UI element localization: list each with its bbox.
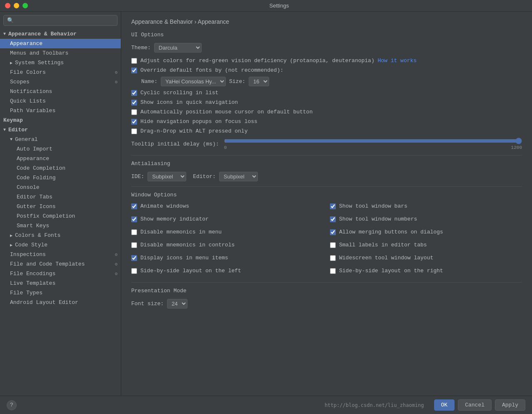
sidebar-item-code-completion[interactable]: Code Completion: [0, 163, 121, 173]
show-memory-checkbox[interactable]: [131, 216, 137, 222]
override-fonts-row: Override default fonts by (not recommend…: [131, 67, 522, 73]
sidebar-item-android-layout-editor[interactable]: Android Layout Editor: [0, 298, 121, 307]
ide-antialiasing-select[interactable]: Subpixel Greyscale Default: [147, 172, 186, 181]
search-icon: 🔍: [7, 17, 14, 24]
tooltip-label: Tooltip initial delay (ms):: [131, 141, 219, 147]
sidebar-item-label: Inspections: [10, 251, 46, 258]
footer-left: ? http://blog.csdn.net/liu_zhaoming: [7, 400, 431, 410]
cyclic-scrolling-checkbox[interactable]: [131, 90, 137, 96]
size-label: Size:: [229, 78, 245, 85]
show-tool-numbers-row: Show tool window numbers: [330, 216, 522, 222]
display-icons-label: Display icons in menu items: [140, 255, 228, 261]
display-icons-row: Display icons in menu items: [131, 255, 323, 261]
show-tool-bars-label: Show tool window bars: [339, 203, 407, 209]
sidebar-item-code-folding[interactable]: Code Folding: [0, 173, 121, 183]
maximize-button[interactable]: [22, 3, 28, 8]
search-box[interactable]: 🔍: [3, 15, 117, 26]
theme-select[interactable]: Darcula IntelliJ High Contrast: [154, 43, 202, 53]
apply-button[interactable]: Apply: [495, 399, 525, 411]
breadcrumb: Appearance & Behavior › Appearance: [131, 18, 522, 25]
show-tool-numbers-checkbox[interactable]: [330, 216, 336, 222]
sidebar-item-gutter-icons[interactable]: Gutter Icons: [0, 202, 121, 211]
show-tool-numbers-label: Show tool window numbers: [339, 216, 417, 222]
sidebar-item-label: Appearance & Behavior: [8, 31, 77, 37]
editor-label: Editor:: [193, 173, 216, 180]
sidebar-item-inspections[interactable]: Inspections ⚙: [0, 250, 121, 259]
theme-label: Theme:: [131, 45, 151, 51]
disable-mnemonics-controls-checkbox[interactable]: [131, 242, 137, 248]
ui-options-header: UI Options: [131, 32, 522, 38]
drag-drop-checkbox[interactable]: [131, 128, 137, 134]
show-memory-label: Show memory indicator: [140, 216, 209, 222]
ok-button[interactable]: OK: [434, 399, 455, 411]
sidebar-item-smart-keys[interactable]: Smart Keys: [0, 221, 121, 231]
sidebar-item-file-code-templates[interactable]: File and Code Templates ⚙: [0, 259, 121, 269]
sidebar-item-file-colors[interactable]: File Colors ⚙: [0, 68, 121, 77]
presentation-font-size-select[interactable]: 24 12 14 16 18 20 28 32: [167, 299, 187, 309]
disable-mnemonics-controls-row: Disable mnemonics in controls: [131, 242, 323, 248]
sidebar-item-label: Postfix Completion: [17, 213, 75, 219]
sidebar-item-label: Notifications: [10, 88, 52, 95]
show-tool-bars-checkbox[interactable]: [330, 203, 336, 209]
sidebar-item-general[interactable]: ▼ General: [0, 135, 121, 144]
how-it-works-link[interactable]: How it works: [378, 58, 417, 64]
sidebar-item-live-templates[interactable]: Live Templates: [0, 279, 121, 288]
sidebar-item-editor-tabs[interactable]: Editor Tabs: [0, 192, 121, 202]
tooltip-slider[interactable]: [224, 138, 522, 144]
show-icons-row: Show icons in quick navigation: [131, 99, 522, 105]
disable-mnemonics-menu-label: Disable mnemonics in menu: [140, 229, 222, 235]
override-fonts-checkbox[interactable]: [131, 68, 137, 73]
sidebar-item-quick-lists[interactable]: Quick Lists: [0, 96, 121, 106]
sidebar-item-appearance[interactable]: Appearance: [0, 39, 121, 48]
show-icons-label: Show icons in quick navigation: [140, 99, 238, 105]
font-name-select[interactable]: YaHei Consolas Hy...: [161, 77, 226, 86]
adjust-colors-label: Adjust colors for red-green vision defic…: [140, 58, 417, 64]
sidebar-item-label: Live Templates: [10, 280, 55, 286]
sidebar-item-code-style[interactable]: ▶ Code Style: [0, 240, 121, 250]
override-fonts-label: Override default fonts by (not recommend…: [140, 67, 283, 73]
allow-merging-checkbox[interactable]: [330, 229, 336, 235]
sidebar-item-auto-import[interactable]: Auto Import: [0, 144, 121, 154]
auto-position-row: Automatically position mouse cursor on d…: [131, 109, 522, 115]
editor-antialiasing-select[interactable]: Subpixel Greyscale Default: [219, 172, 258, 181]
sidebar-item-file-encodings[interactable]: File Encodings ⚙: [0, 269, 121, 279]
auto-position-checkbox[interactable]: [131, 109, 137, 115]
adjust-colors-row: Adjust colors for red-green vision defic…: [131, 58, 522, 64]
sidebar-item-system-settings[interactable]: ▶ System Settings: [0, 58, 121, 68]
side-by-side-left-checkbox[interactable]: [131, 268, 137, 274]
widescreen-checkbox[interactable]: [330, 255, 336, 261]
sidebar-item-postfix-completion[interactable]: Postfix Completion: [0, 211, 121, 221]
sidebar-item-label: Keymap: [3, 117, 23, 123]
sidebar-item-appearance-behavior[interactable]: ▼ Appearance & Behavior: [0, 29, 121, 39]
sidebar-item-appearance-editor[interactable]: Appearance: [0, 154, 121, 163]
disable-mnemonics-menu-checkbox[interactable]: [131, 229, 137, 235]
cancel-button[interactable]: Cancel: [458, 399, 492, 411]
sidebar-item-keymap[interactable]: Keymap: [0, 115, 121, 125]
sidebar-item-scopes[interactable]: Scopes ⚙: [0, 77, 121, 87]
sidebar-item-label: Code Completion: [17, 165, 65, 171]
close-button[interactable]: [5, 3, 10, 8]
sidebar-item-file-types[interactable]: File Types: [0, 288, 121, 298]
side-by-side-right-checkbox[interactable]: [330, 268, 336, 274]
widescreen-label: Widescreen tool window layout: [339, 255, 433, 261]
sidebar-item-path-variables[interactable]: Path Variables: [0, 106, 121, 115]
adjust-colors-checkbox[interactable]: [131, 58, 137, 64]
show-icons-checkbox[interactable]: [131, 100, 137, 105]
sidebar-item-editor[interactable]: ▼ Editor: [0, 125, 121, 135]
sidebar-item-menus-toolbars[interactable]: Menus and Toolbars: [0, 48, 121, 58]
divider-2: [131, 186, 522, 187]
font-size-select[interactable]: 16 12 14 18 20: [249, 77, 269, 86]
search-input[interactable]: [16, 18, 114, 24]
help-button[interactable]: ?: [7, 400, 17, 410]
display-icons-checkbox[interactable]: [131, 255, 137, 261]
animate-windows-checkbox[interactable]: [131, 203, 137, 209]
arrow-icon: ▶: [10, 233, 12, 238]
sidebar-item-label: Colors & Fonts: [15, 232, 60, 238]
small-labels-checkbox[interactable]: [330, 242, 336, 248]
sidebar-item-console[interactable]: Console: [0, 183, 121, 192]
hide-nav-checkbox[interactable]: [131, 119, 137, 125]
minimize-button[interactable]: [14, 3, 19, 8]
sidebar-item-notifications[interactable]: Notifications: [0, 87, 121, 96]
sidebar-item-colors-fonts[interactable]: ▶ Colors & Fonts: [0, 231, 121, 240]
settings-icon: ⚙: [115, 79, 117, 85]
